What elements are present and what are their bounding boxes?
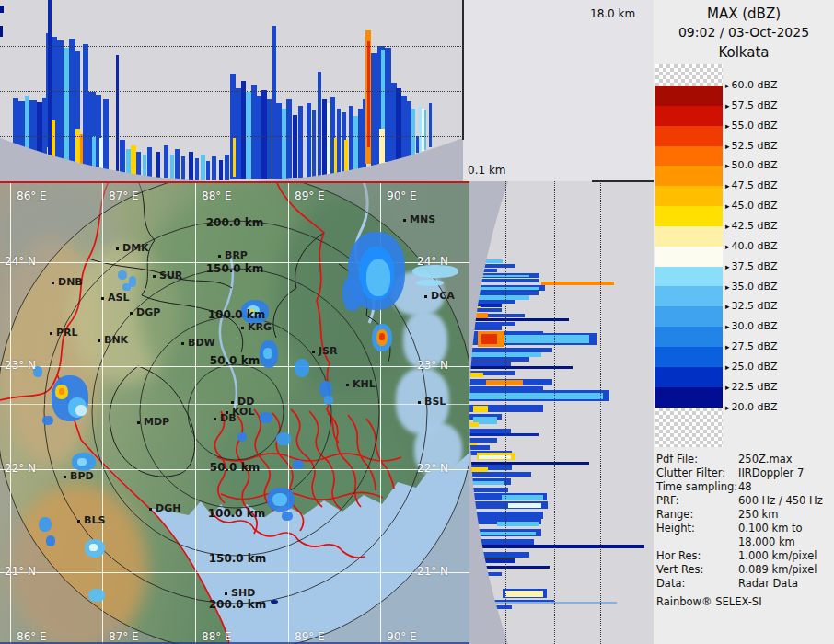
station-dot-bls bbox=[77, 520, 80, 523]
echo-bar bbox=[103, 99, 109, 178]
metadata-label: Height: bbox=[656, 522, 738, 535]
radar-echo bbox=[282, 512, 293, 521]
metadata-value: 0.089 km/pixel bbox=[738, 563, 833, 577]
right-panel-top-border bbox=[592, 181, 654, 182]
echo-bar bbox=[469, 393, 603, 399]
tick-arrow-icon: ▸ bbox=[725, 161, 730, 170]
height-gridline bbox=[0, 91, 463, 92]
colorbar-band bbox=[655, 367, 723, 387]
parallel-line bbox=[0, 572, 469, 573]
echo-bar bbox=[473, 406, 488, 412]
station-label-bsl: BSL bbox=[424, 396, 446, 408]
longitude-label: 89° E bbox=[295, 190, 325, 202]
tick-label: 60.0 dBZ bbox=[732, 79, 778, 91]
colorbar-tick: ▸50.0 dBZ bbox=[725, 159, 778, 171]
corner-divider-line bbox=[463, 0, 464, 140]
colorbar-tick: ▸20.0 dBZ bbox=[725, 401, 778, 413]
station-label-bls: BLS bbox=[84, 514, 105, 526]
radar-echo bbox=[59, 388, 64, 395]
colorbar-band-below-min bbox=[655, 408, 723, 447]
station-dot-bsl bbox=[418, 401, 421, 404]
radar-echo bbox=[118, 270, 127, 280]
metadata-label: Time sampling: bbox=[656, 480, 738, 494]
metadata-label: PRF: bbox=[656, 494, 738, 508]
echo-bar bbox=[469, 287, 539, 290]
echo-bar bbox=[469, 269, 497, 272]
metadata-row: Data:Radar Data bbox=[656, 577, 833, 591]
echo-bar bbox=[52, 120, 55, 169]
station-label-dmk: DMK bbox=[122, 242, 149, 254]
height-gridline bbox=[0, 136, 463, 137]
tick-label: 35.0 dBZ bbox=[732, 281, 778, 293]
station-dot-db bbox=[214, 418, 216, 420]
echo-bar bbox=[136, 152, 141, 179]
range-ring-label: 150.0 km bbox=[200, 262, 270, 275]
right-height-profile-panel bbox=[469, 181, 654, 644]
tick-label: 37.5 dBZ bbox=[732, 260, 778, 272]
colorbar-band bbox=[655, 306, 723, 327]
metadata-value: 250 km bbox=[738, 508, 833, 522]
tick-label: 40.0 dBZ bbox=[732, 240, 778, 252]
metadata-row: Clutter Filter:IIRDoppler 7 bbox=[656, 466, 833, 480]
radar-echo bbox=[272, 493, 287, 506]
range-ring-label: 200.0 km bbox=[200, 216, 270, 229]
echo-bar bbox=[286, 99, 292, 179]
station-label-dnb: DNB bbox=[58, 276, 83, 288]
tick-arrow-icon: ▸ bbox=[725, 101, 730, 110]
echo-bar bbox=[469, 552, 529, 558]
station-label-brp: BRP bbox=[225, 249, 248, 261]
radar-echo bbox=[293, 460, 304, 469]
echo-bar bbox=[508, 503, 541, 508]
tick-label: 25.0 dBZ bbox=[732, 361, 778, 373]
colorbar-band bbox=[655, 106, 723, 126]
colorbar-tick: ▸45.0 dBZ bbox=[725, 200, 778, 212]
tick-label: 52.5 dBZ bbox=[732, 140, 778, 152]
echo-bar bbox=[469, 532, 536, 535]
echo-bar bbox=[470, 373, 483, 377]
metadata-value: 250Z.max bbox=[738, 453, 833, 466]
station-label-dgp: DGP bbox=[136, 306, 160, 318]
echo-bar bbox=[429, 103, 432, 147]
station-dot-prl bbox=[50, 332, 52, 335]
longitude-label: 90° E bbox=[387, 630, 417, 643]
echo-bar bbox=[469, 566, 550, 569]
radar-echo bbox=[77, 458, 87, 466]
product-datetime: 09:02 / 03-Oct-2025 bbox=[654, 25, 834, 40]
station-label-khl: KHL bbox=[353, 378, 376, 390]
metadata-row: Hor Res:1.000 km/pixel bbox=[656, 549, 833, 563]
radar-echo bbox=[342, 276, 363, 311]
metadata-value: 1.000 km/pixel bbox=[738, 549, 833, 563]
station-label-dgh: DGH bbox=[156, 502, 180, 514]
range-ring-label: 50.0 km bbox=[200, 354, 270, 367]
station-label-bdw: BDW bbox=[188, 337, 215, 349]
meridian-line bbox=[288, 181, 289, 644]
tick-label: 32.5 dBZ bbox=[732, 300, 778, 312]
colorbar-tick: ▸57.5 dBZ bbox=[725, 99, 778, 111]
echo-bar bbox=[175, 149, 180, 180]
echo-bar bbox=[488, 314, 525, 317]
tick-arrow-icon: ▸ bbox=[725, 201, 730, 211]
radar-station-name: Kolkata bbox=[654, 44, 834, 61]
echo-bar bbox=[344, 140, 348, 178]
echo-bar bbox=[293, 115, 297, 179]
metadata-row: Time sampling:48 bbox=[656, 480, 833, 494]
metadata-label: Vert Res: bbox=[656, 563, 738, 577]
radar-echo bbox=[89, 544, 98, 551]
station-dot-dgh bbox=[149, 508, 152, 511]
longitude-label: 90° E bbox=[387, 190, 417, 202]
echo-bar bbox=[225, 155, 229, 180]
echo-bar bbox=[337, 109, 341, 180]
tick-arrow-icon: ▸ bbox=[725, 181, 730, 190]
range-ring-label: 200.0 km bbox=[203, 598, 272, 611]
echo-bar bbox=[469, 558, 515, 563]
longitude-label: 87° E bbox=[109, 630, 139, 643]
tick-label: 47.5 dBZ bbox=[732, 179, 778, 191]
latitude-label: 23° N bbox=[5, 359, 36, 372]
echo-bar bbox=[201, 155, 205, 180]
echo-bar bbox=[0, 6, 4, 13]
tick-arrow-icon: ▸ bbox=[725, 242, 730, 251]
echo-bar bbox=[469, 602, 617, 604]
echo-bar bbox=[469, 422, 479, 427]
colorbar-band-above-max bbox=[655, 64, 723, 86]
colorbar-band bbox=[655, 186, 723, 206]
